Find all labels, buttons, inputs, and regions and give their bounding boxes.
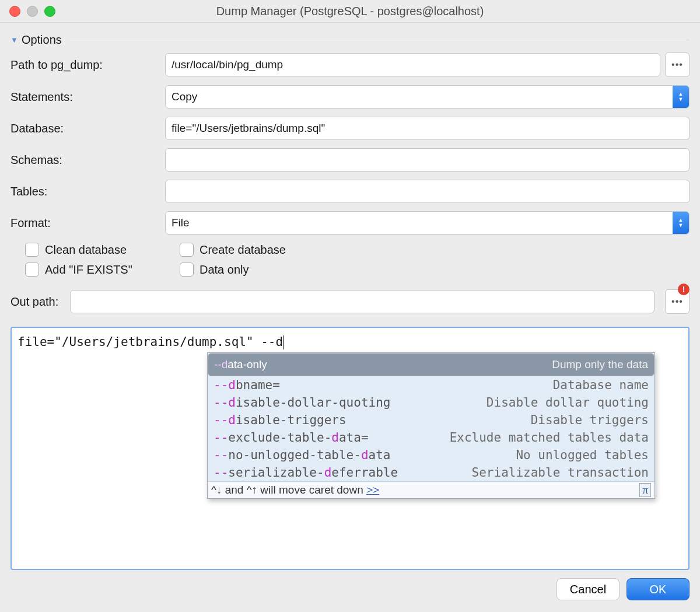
completion-footer: ^↓ and ^↑ will move caret down >> π <box>208 481 654 498</box>
chevron-updown-icon: ▲▼ <box>673 212 689 234</box>
if-exists-label: Add "IF EXISTS" <box>45 263 132 277</box>
database-label: Database: <box>10 122 165 135</box>
data-only-checkbox[interactable]: Data only <box>180 263 690 277</box>
schemas-input[interactable] <box>165 148 690 172</box>
statements-value[interactable] <box>165 85 690 109</box>
command-line-area[interactable]: file="/Users/jetbrains/dump.sql" --d --d… <box>10 327 690 570</box>
checkbox-icon <box>25 243 39 257</box>
checkbox-icon <box>180 243 194 257</box>
zoom-icon[interactable] <box>44 6 55 17</box>
path-label: Path to pg_dump: <box>10 58 165 72</box>
completion-item[interactable]: --exclude-table-data=Exclude matched tab… <box>208 429 654 446</box>
completion-popup: --data-onlyDump only the data--dbname=Da… <box>207 352 655 499</box>
error-badge-icon: ! <box>678 284 690 295</box>
checkbox-grid: Clean database Create database Add "IF E… <box>10 243 690 277</box>
dialog-window: Dump Manager (PostgreSQL - postgres@loca… <box>0 0 700 612</box>
completion-item[interactable]: --dbname=Database name <box>208 376 654 394</box>
if-exists-checkbox[interactable]: Add "IF EXISTS" <box>25 263 180 277</box>
checkbox-icon <box>25 263 39 277</box>
outpath-label: Out path: <box>10 295 64 309</box>
format-label: Format: <box>10 216 165 230</box>
format-value[interactable] <box>165 211 690 235</box>
completion-item[interactable]: --serializable-deferrableSerializable tr… <box>208 464 654 481</box>
completion-item[interactable]: --data-onlyDump only the data <box>208 353 654 376</box>
completion-item[interactable]: --disable-dollar-quotingDisable dollar q… <box>208 394 654 411</box>
divider <box>70 40 690 40</box>
tables-label: Tables: <box>10 185 165 198</box>
database-input[interactable] <box>165 117 690 140</box>
data-only-label: Data only <box>200 263 249 277</box>
checkbox-icon <box>180 263 194 277</box>
command-text: file="/Users/jetbrains/dump.sql" --d <box>18 335 283 349</box>
format-select[interactable]: ▲▼ <box>165 211 690 235</box>
hint-link[interactable]: >> <box>366 484 379 496</box>
disclosure-triangle-icon[interactable]: ▼ <box>10 36 18 44</box>
close-icon[interactable] <box>9 6 20 17</box>
outpath-row: Out path: ••• ! <box>10 289 690 314</box>
window-controls <box>9 6 55 17</box>
text-cursor <box>283 335 284 349</box>
schemas-label: Schemas: <box>10 153 165 167</box>
completion-hint: ^↓ and ^↑ will move caret down >> <box>211 484 379 496</box>
titlebar: Dump Manager (PostgreSQL - postgres@loca… <box>0 0 700 23</box>
path-input[interactable] <box>165 53 660 76</box>
pi-icon[interactable]: π <box>639 483 651 497</box>
create-db-label: Create database <box>200 243 286 257</box>
chevron-updown-icon: ▲▼ <box>673 86 689 108</box>
clean-db-label: Clean database <box>45 243 127 257</box>
clean-db-checkbox[interactable]: Clean database <box>25 243 180 257</box>
window-title: Dump Manager (PostgreSQL - postgres@loca… <box>0 5 700 18</box>
options-form: Path to pg_dump: ••• Statements: ▲▼ Data… <box>10 53 690 277</box>
tables-input[interactable] <box>165 180 690 203</box>
completion-item[interactable]: --disable-triggersDisable triggers <box>208 411 654 429</box>
minimize-icon <box>27 6 38 17</box>
cancel-button[interactable]: Cancel <box>556 578 620 600</box>
options-header[interactable]: ▼ Options <box>10 33 690 47</box>
dialog-footer: Cancel OK <box>0 570 700 612</box>
statements-select[interactable]: ▲▼ <box>165 85 690 109</box>
outpath-input[interactable] <box>70 290 654 313</box>
dialog-body: ▼ Options Path to pg_dump: ••• Statement… <box>0 23 700 570</box>
statements-label: Statements: <box>10 90 165 104</box>
ok-button[interactable]: OK <box>626 578 690 600</box>
options-title: Options <box>22 33 62 47</box>
completion-item[interactable]: --no-unlogged-table-dataNo unlogged tabl… <box>208 446 654 464</box>
browse-path-button[interactable]: ••• <box>665 53 690 77</box>
create-db-checkbox[interactable]: Create database <box>180 243 690 257</box>
